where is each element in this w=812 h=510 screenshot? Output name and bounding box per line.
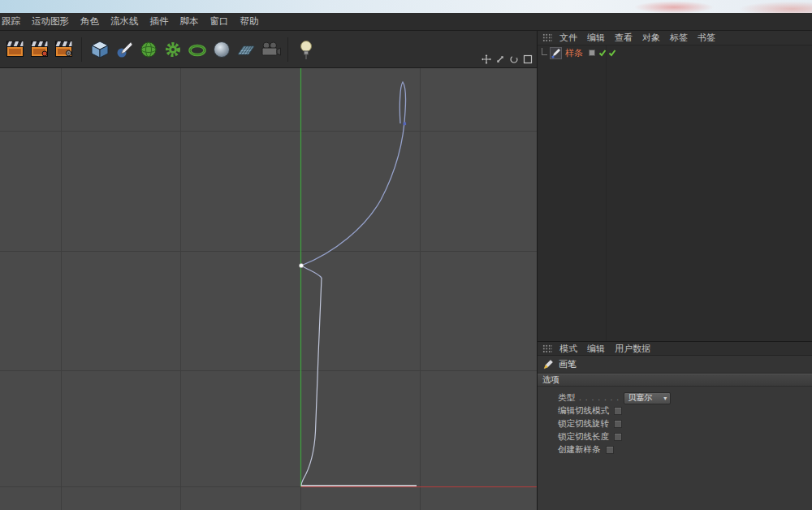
om-menu-view[interactable]: 查看 bbox=[610, 32, 637, 44]
camera-icon[interactable] bbox=[259, 38, 281, 61]
object-manager-column-divider bbox=[606, 45, 607, 341]
spline-bowl-curve[interactable] bbox=[301, 82, 405, 266]
am-menu-edit[interactable]: 编辑 bbox=[582, 343, 610, 355]
cube-primitive-icon[interactable] bbox=[89, 38, 110, 61]
object-manager-menubar: 文件 编辑 查看 对象 标签 书签 bbox=[538, 31, 812, 45]
light-bulb-icon[interactable] bbox=[295, 38, 317, 61]
lock-tangent-length-checkbox[interactable] bbox=[614, 433, 622, 441]
om-menu-file[interactable]: 文件 bbox=[555, 32, 582, 44]
lock-tangent-rotation-row: 锁定切线旋转 bbox=[558, 417, 812, 430]
create-new-spline-row: 创建新样条 bbox=[558, 443, 812, 456]
om-menu-object[interactable]: 对象 bbox=[637, 32, 665, 44]
pan-icon[interactable] bbox=[481, 54, 491, 64]
lock-tangent-length-row: 锁定切线长度 bbox=[558, 430, 812, 443]
spline-pen-icon[interactable] bbox=[113, 38, 135, 61]
chevron-down-icon: ▾ bbox=[663, 395, 667, 402]
object-row-spline[interactable]: 样条 bbox=[538, 45, 812, 60]
toolbar-separator bbox=[81, 37, 82, 62]
leader-dots: . . . . . . . bbox=[579, 394, 620, 402]
attribute-manager-menubar: 模式 编辑 用户数据 bbox=[538, 341, 812, 356]
toolbar-separator bbox=[287, 37, 288, 62]
floor-grid-icon[interactable] bbox=[235, 38, 257, 61]
environment-sphere-icon[interactable] bbox=[210, 38, 232, 61]
type-property-row: 类型 . . . . . . . 贝塞尔 ▾ bbox=[558, 391, 812, 404]
left-column bbox=[0, 31, 537, 510]
menu-item-script[interactable]: 脚本 bbox=[175, 15, 205, 28]
lock-tangent-rotation-checkbox[interactable] bbox=[614, 420, 622, 428]
spline-object-icon bbox=[550, 47, 562, 59]
om-menu-bookmarks[interactable]: 书签 bbox=[693, 32, 720, 44]
edit-render-settings-icon[interactable] bbox=[53, 38, 75, 61]
am-menu-userdata[interactable]: 用户数据 bbox=[610, 343, 655, 355]
subdivision-surface-icon[interactable] bbox=[137, 38, 159, 61]
panel-grip-icon[interactable] bbox=[542, 344, 552, 353]
create-new-spline-label: 创建新样条 bbox=[558, 444, 601, 456]
attribute-manager: 模式 编辑 用户数据 画笔 选项 类型 . . . . . . . 贝塞尔 ▾ bbox=[538, 341, 812, 510]
spline-point-selected[interactable] bbox=[299, 263, 303, 267]
attribute-object-title-row: 画笔 bbox=[538, 356, 812, 374]
enabled-check-icon[interactable] bbox=[598, 49, 607, 57]
create-new-spline-checkbox[interactable] bbox=[606, 446, 614, 454]
lock-tangent-rotation-label: 锁定切线旋转 bbox=[558, 418, 609, 430]
visible-check-icon[interactable] bbox=[608, 49, 616, 57]
pen-tool-icon bbox=[542, 359, 554, 370]
om-menu-tags[interactable]: 标签 bbox=[665, 32, 693, 44]
desktop-background-strip bbox=[0, 0, 812, 13]
options-properties: 类型 . . . . . . . 贝塞尔 ▾ 编辑切线模式 锁定切线旋转 锁 bbox=[538, 387, 812, 456]
toggle-active-view-icon[interactable] bbox=[522, 54, 533, 64]
type-dropdown[interactable]: 贝塞尔 ▾ bbox=[624, 392, 671, 404]
menu-item-pipeline[interactable]: 流水线 bbox=[105, 15, 145, 28]
menu-item-track[interactable]: 跟踪 bbox=[0, 15, 26, 28]
panel-grip-icon[interactable] bbox=[542, 33, 552, 42]
menu-item-help[interactable]: 帮助 bbox=[235, 15, 265, 28]
options-section-label: 选项 bbox=[542, 374, 559, 386]
spline-point-rim[interactable] bbox=[404, 123, 407, 126]
zoom-icon[interactable] bbox=[495, 54, 505, 64]
object-manager: 样条 bbox=[538, 45, 812, 341]
rotate-icon[interactable] bbox=[508, 54, 519, 64]
render-view-icon[interactable] bbox=[4, 38, 26, 61]
object-name[interactable]: 样条 bbox=[565, 47, 583, 59]
menu-item-window[interactable]: 窗口 bbox=[205, 15, 235, 28]
edit-tangent-mode-row: 编辑切线模式 bbox=[558, 404, 812, 417]
menu-item-plugins[interactable]: 插件 bbox=[145, 15, 175, 28]
viewport-nav bbox=[481, 54, 533, 64]
attribute-object-title: 画笔 bbox=[559, 358, 577, 370]
spline-stem-curve[interactable] bbox=[301, 278, 322, 486]
menu-item-character[interactable]: 角色 bbox=[75, 15, 105, 28]
om-menu-edit[interactable]: 编辑 bbox=[582, 32, 610, 44]
right-panel: 文件 编辑 查看 对象 标签 书签 样条 bbox=[537, 31, 812, 510]
deformers-torus-icon[interactable] bbox=[186, 38, 208, 61]
edit-tangent-mode-label: 编辑切线模式 bbox=[558, 405, 609, 417]
type-label: 类型 bbox=[558, 392, 575, 404]
options-section-header[interactable]: 选项 bbox=[538, 374, 812, 387]
layer-color-swatch[interactable] bbox=[589, 50, 595, 56]
toolbar bbox=[0, 31, 537, 68]
am-menu-mode[interactable]: 模式 bbox=[555, 343, 582, 355]
lock-tangent-length-label: 锁定切线长度 bbox=[558, 431, 609, 443]
menubar: 跟踪 运动图形 角色 流水线 插件 脚本 窗口 帮助 bbox=[0, 13, 812, 31]
c4d-window: 跟踪 运动图形 角色 流水线 插件 脚本 窗口 帮助 bbox=[0, 0, 812, 510]
type-dropdown-value: 贝塞尔 bbox=[628, 392, 652, 404]
tree-elbow-icon bbox=[542, 48, 547, 55]
menu-item-mograph[interactable]: 运动图形 bbox=[26, 15, 75, 28]
edit-tangent-mode-checkbox[interactable] bbox=[614, 407, 622, 415]
spline-inner-curve[interactable] bbox=[301, 266, 322, 278]
render-to-picture-viewer-icon[interactable] bbox=[28, 38, 50, 61]
generators-gear-icon[interactable] bbox=[162, 38, 184, 61]
viewport-canvas[interactable] bbox=[0, 68, 537, 510]
